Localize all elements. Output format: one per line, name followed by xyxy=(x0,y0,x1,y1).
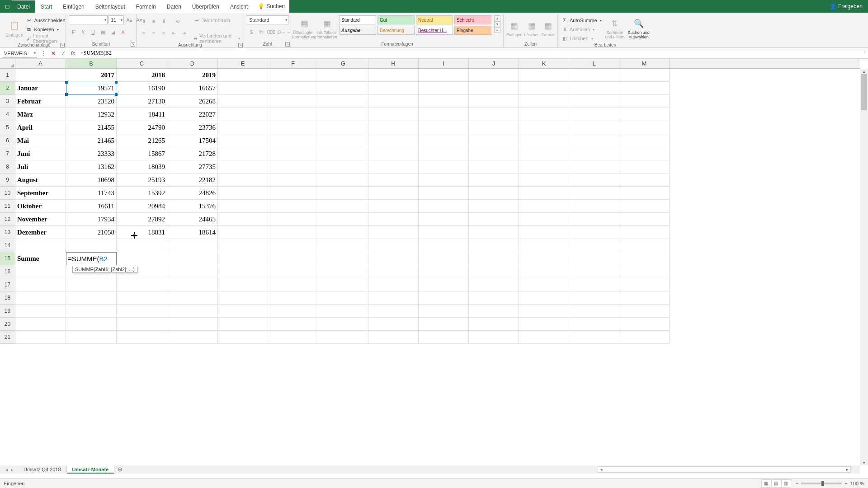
cell-C5[interactable]: 24790 xyxy=(117,121,167,134)
cell-H6[interactable] xyxy=(368,134,419,147)
font-name-combo[interactable]: ▾ xyxy=(69,15,108,24)
insert-cells-button[interactable]: ▦Einfügen xyxy=(506,15,523,42)
cell-K21[interactable] xyxy=(519,331,569,344)
cell-K18[interactable] xyxy=(519,291,569,305)
cell-D15[interactable] xyxy=(167,252,218,265)
row-header-17[interactable]: 17 xyxy=(0,278,15,291)
vscroll-thumb[interactable] xyxy=(861,74,867,110)
cell-B11[interactable]: 16611 xyxy=(66,200,117,213)
cell-I16[interactable] xyxy=(419,265,469,278)
cell-H3[interactable] xyxy=(368,95,419,108)
format-painter-button[interactable]: 🖌Format übertragen xyxy=(25,34,66,42)
cell-A17[interactable] xyxy=(15,278,66,291)
cell-A2[interactable]: Januar xyxy=(15,82,66,95)
tab-ansicht[interactable]: Ansicht xyxy=(225,0,253,13)
cell-A18[interactable] xyxy=(15,291,66,305)
format-as-table-button[interactable]: ▦Als Tabelle formatieren xyxy=(316,15,337,42)
cell-B8[interactable]: 13162 xyxy=(66,160,117,174)
cell-B12[interactable]: 17934 xyxy=(66,213,117,226)
cell-A12[interactable]: November xyxy=(15,213,66,226)
cell-E1[interactable] xyxy=(218,69,268,82)
cell-D7[interactable]: 21728 xyxy=(167,147,218,160)
cell-E7[interactable] xyxy=(218,147,268,160)
cell-A20[interactable] xyxy=(15,318,66,331)
cell-C15[interactable] xyxy=(117,252,167,265)
cell-A21[interactable] xyxy=(15,331,66,344)
column-headers[interactable]: ABCDEFGHIJKLM xyxy=(0,59,860,69)
range-handle[interactable] xyxy=(115,93,118,96)
cell-E18[interactable] xyxy=(218,291,268,305)
cell-I10[interactable] xyxy=(419,187,469,200)
cell-F16[interactable] xyxy=(268,265,318,278)
font-color-button[interactable]: A xyxy=(118,28,127,37)
cell-M18[interactable] xyxy=(619,291,670,305)
cell-D3[interactable]: 26268 xyxy=(167,95,218,108)
tab-einfuegen[interactable]: Einfügen xyxy=(57,0,90,13)
cell-J15[interactable] xyxy=(469,252,519,265)
cell-L16[interactable] xyxy=(569,265,619,278)
cell-K14[interactable] xyxy=(519,239,569,252)
cell-K1[interactable] xyxy=(519,69,569,82)
cell-B18[interactable] xyxy=(66,291,117,305)
cell-C6[interactable]: 21265 xyxy=(117,134,167,147)
row-header-4[interactable]: 4 xyxy=(0,108,15,121)
cell-F7[interactable] xyxy=(268,147,318,160)
row-header-5[interactable]: 5 xyxy=(0,121,15,134)
cell-J9[interactable] xyxy=(469,174,519,187)
col-header-E[interactable]: E xyxy=(218,59,268,68)
tab-formeln[interactable]: Formeln xyxy=(131,0,161,13)
col-header-L[interactable]: L xyxy=(569,59,619,68)
cell-H14[interactable] xyxy=(368,239,419,252)
col-header-K[interactable]: K xyxy=(519,59,569,68)
cell-I14[interactable] xyxy=(419,239,469,252)
cell-G7[interactable] xyxy=(318,147,368,160)
cell-E10[interactable] xyxy=(218,187,268,200)
cell-E9[interactable] xyxy=(218,174,268,187)
style-besucht[interactable]: Besuchter H... xyxy=(416,26,453,35)
row-header-7[interactable]: 7 xyxy=(0,147,15,160)
cell-F3[interactable] xyxy=(268,95,318,108)
cell-E20[interactable] xyxy=(218,318,268,331)
cell-J11[interactable] xyxy=(469,200,519,213)
cell-G18[interactable] xyxy=(318,291,368,305)
cell-L19[interactable] xyxy=(569,305,619,318)
cell-M7[interactable] xyxy=(619,147,670,160)
cell-L11[interactable] xyxy=(569,200,619,213)
cell-B20[interactable] xyxy=(66,318,117,331)
cell-C11[interactable]: 20984 xyxy=(117,200,167,213)
cell-M10[interactable] xyxy=(619,187,670,200)
cell-F10[interactable] xyxy=(268,187,318,200)
cell-J21[interactable] xyxy=(469,331,519,344)
cell-D5[interactable]: 23736 xyxy=(167,121,218,134)
cell-A9[interactable]: August xyxy=(15,174,66,187)
conditional-formatting-button[interactable]: ▦Bedingte Formatierung xyxy=(294,15,315,42)
cell-M9[interactable] xyxy=(619,174,670,187)
cell-D16[interactable] xyxy=(167,265,218,278)
cell-D9[interactable]: 22182 xyxy=(167,174,218,187)
cell-A7[interactable]: Juni xyxy=(15,147,66,160)
cell-K8[interactable] xyxy=(519,160,569,174)
cell-M17[interactable] xyxy=(619,278,670,291)
cell-F6[interactable] xyxy=(268,134,318,147)
cell-H1[interactable] xyxy=(368,69,419,82)
col-header-G[interactable]: G xyxy=(318,59,368,68)
col-header-B[interactable]: B xyxy=(66,59,117,68)
cell-H19[interactable] xyxy=(368,305,419,318)
cell-F20[interactable] xyxy=(268,318,318,331)
cell-L2[interactable] xyxy=(569,82,619,95)
row-header-2[interactable]: 2 xyxy=(0,82,15,95)
tab-start[interactable]: Start xyxy=(35,0,57,13)
cell-A10[interactable]: September xyxy=(15,187,66,200)
cell-I7[interactable] xyxy=(419,147,469,160)
paste-button[interactable]: 📋Einfügen xyxy=(5,15,23,42)
cell-J3[interactable] xyxy=(469,95,519,108)
bold-button[interactable]: F xyxy=(69,28,78,37)
cell-H11[interactable] xyxy=(368,200,419,213)
cell-M1[interactable] xyxy=(619,69,670,82)
font-size-combo[interactable]: 11▾ xyxy=(108,15,124,24)
orientation-button[interactable]: ⟲ xyxy=(173,17,182,26)
cell-K16[interactable] xyxy=(519,265,569,278)
cell-A14[interactable] xyxy=(15,239,66,252)
cell-K4[interactable] xyxy=(519,108,569,121)
cell-F11[interactable] xyxy=(268,200,318,213)
